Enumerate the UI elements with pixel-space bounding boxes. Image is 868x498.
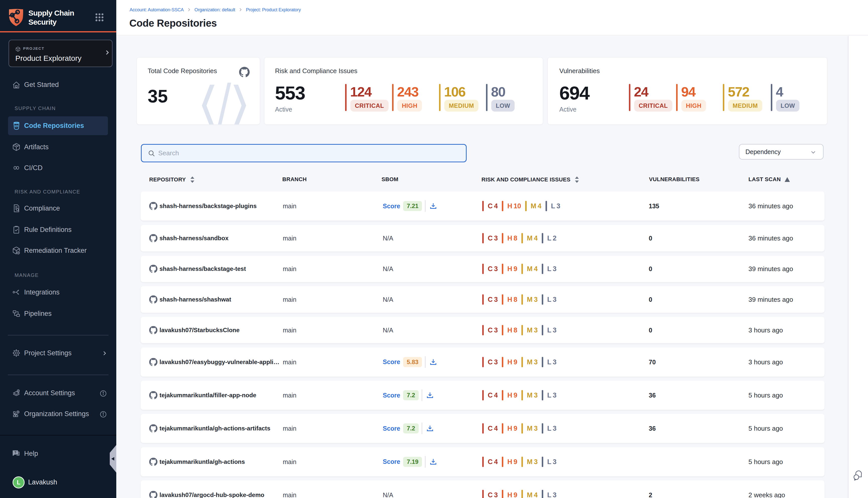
svg-text:?: ? xyxy=(14,450,16,454)
